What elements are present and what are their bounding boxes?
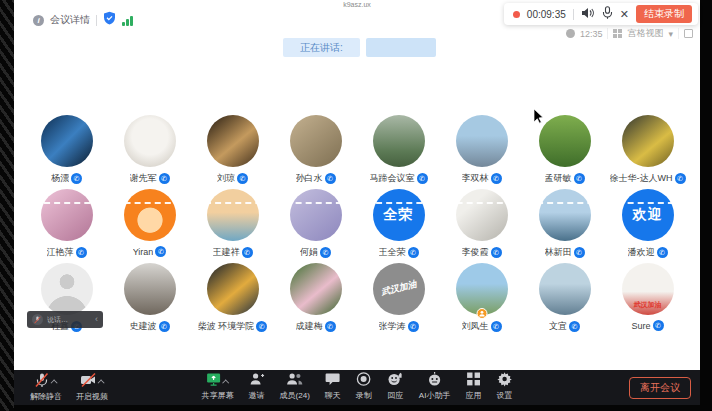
participant-tile[interactable]: 文宜✆ xyxy=(523,263,606,337)
participant-name: 李俊霞 xyxy=(462,246,489,259)
participant-name: 何娟 xyxy=(300,246,318,259)
toolbar-apps-button[interactable]: 应用 xyxy=(465,373,481,401)
toolbar-start-video-button[interactable]: 开启视频 xyxy=(76,374,108,402)
participant-grid: 杨漂✆谢先军✆刘琼✆孙白水✆马蹄会议室✆李双林✆孟研敏✆徐士华-达人WH✆江艳萍… xyxy=(25,115,689,337)
participant-tile[interactable]: 孟研敏✆ xyxy=(523,115,606,189)
participant-name: 杨漂 xyxy=(51,172,69,185)
chevron-up-icon[interactable] xyxy=(51,379,58,386)
info-icon[interactable]: i xyxy=(33,15,44,26)
mic-icon[interactable] xyxy=(602,5,613,23)
participant-tile[interactable]: 林新田✆ xyxy=(523,189,606,263)
participant-name: 张学涛 xyxy=(379,320,406,333)
participant-name: 孙白水 xyxy=(296,172,323,185)
participant-tile[interactable]: Yiran✆ xyxy=(108,189,191,263)
toolbar-button-label: 录制 xyxy=(356,390,372,401)
participant-tile[interactable]: 谢先军✆ xyxy=(108,115,191,189)
chevron-up-icon[interactable] xyxy=(97,379,104,386)
participant-tile[interactable]: 江艳萍✆ xyxy=(25,189,108,263)
participant-name: 江艳萍 xyxy=(47,246,74,259)
phone-audio-badge: ✆ xyxy=(675,173,686,184)
participant-tile[interactable]: 刘凤生✆ xyxy=(440,263,523,337)
participant-avatar xyxy=(539,263,591,315)
toolbar-unmute-button[interactable]: 解除静音 xyxy=(30,374,62,402)
recording-dot-icon xyxy=(513,11,520,18)
phone-audio-badge: ✆ xyxy=(574,247,585,258)
speaking-label-pill: 正在讲话: xyxy=(283,38,360,57)
participant-name: 刘琼 xyxy=(217,172,235,185)
fullscreen-icon[interactable] xyxy=(684,29,693,38)
participant-tile[interactable]: 全荣王全荣✆ xyxy=(357,189,440,263)
toolbar-settings-button[interactable]: 设置 xyxy=(496,373,512,401)
phone-audio-badge: ✆ xyxy=(242,247,253,258)
toolbar-chat-button[interactable]: 聊天 xyxy=(325,373,341,401)
divider xyxy=(573,9,574,20)
participant-tile[interactable]: 成建梅✆ xyxy=(274,263,357,337)
divider xyxy=(607,28,608,39)
invite-icon xyxy=(249,371,265,391)
collapse-chevron-icon[interactable]: ‹ xyxy=(95,315,98,324)
shield-check-icon[interactable] xyxy=(103,11,116,29)
toolbar-react-button[interactable]: 回应 xyxy=(387,373,404,401)
phone-audio-badge: ✆ xyxy=(325,173,336,184)
speaking-toast[interactable]: 说话… ‹ xyxy=(27,311,103,328)
participant-avatar xyxy=(539,115,591,167)
participant-tile[interactable]: 史建波✆ xyxy=(108,263,191,337)
participant-tile[interactable]: 柴波 环境学院✆ xyxy=(191,263,274,337)
toast-text: 说话… xyxy=(47,315,68,325)
toolbar-button-label: 开启视频 xyxy=(76,391,108,402)
participant-avatar xyxy=(124,115,176,167)
participant-name: 王建祥 xyxy=(213,246,240,259)
speaker-icon[interactable] xyxy=(581,5,595,23)
end-recording-button[interactable]: 结束录制 xyxy=(636,5,692,23)
participant-avatar xyxy=(456,115,508,167)
chat-icon xyxy=(325,371,341,391)
meeting-detail-label[interactable]: 会议详情 xyxy=(50,13,90,27)
view-row-time: 12:35 xyxy=(580,29,603,39)
chevron-down-icon[interactable]: ▾ xyxy=(668,29,673,39)
avatar-text: 武汉加油 xyxy=(380,280,417,298)
participant-avatar xyxy=(456,189,508,241)
participant-name: 潘欢迎 xyxy=(628,246,655,259)
settings-icon xyxy=(496,371,512,391)
toolbar-button-label: 设置 xyxy=(496,390,512,401)
toolbar-share-button[interactable]: 共享屏幕 xyxy=(202,373,234,401)
participant-tile[interactable]: 马蹄会议室✆ xyxy=(357,115,440,189)
network-signal-icon[interactable] xyxy=(122,15,133,26)
participant-tile[interactable]: 徐士华-达人WH✆ xyxy=(606,115,689,189)
participant-avatar xyxy=(290,115,342,167)
phone-audio-badge: ✆ xyxy=(76,247,87,258)
toolbar-invite-button[interactable]: 邀请 xyxy=(249,373,265,401)
phone-audio-badge: ✆ xyxy=(71,173,82,184)
toolbar-record-button[interactable]: 录制 xyxy=(356,373,372,401)
grid-view-icon[interactable] xyxy=(613,29,622,38)
view-mode-label[interactable]: 宫格视图 xyxy=(627,27,663,40)
participant-tile[interactable]: 武汉加油Sure✆ xyxy=(606,263,689,337)
participant-tile[interactable]: 李双林✆ xyxy=(440,115,523,189)
participant-tile[interactable]: 武汉加油张学涛✆ xyxy=(357,263,440,337)
chevron-up-icon[interactable] xyxy=(222,379,229,386)
desktop-edge-stripes xyxy=(0,0,14,411)
meeting-main-area: k9asz.ux i 会议详情 00:09:35 ✕ 结束录制 12:35 宫格… xyxy=(14,0,700,370)
participant-tile[interactable]: 李俊霞✆ xyxy=(440,189,523,263)
toolbar-members-button[interactable]: 成员(24) xyxy=(280,373,310,401)
participant-name: 孟研敏 xyxy=(545,172,572,185)
phone-audio-badge: ✆ xyxy=(574,173,585,184)
participant-avatar xyxy=(539,189,591,241)
members-icon xyxy=(286,371,304,391)
participant-name: 马蹄会议室 xyxy=(370,172,415,185)
participant-tile[interactable]: 孙白水✆ xyxy=(274,115,357,189)
divider xyxy=(96,15,97,26)
participant-avatar xyxy=(124,263,176,315)
participant-tile[interactable]: 刘琼✆ xyxy=(191,115,274,189)
participant-tile[interactable]: 何娟✆ xyxy=(274,189,357,263)
toolbar-button-label: 邀请 xyxy=(249,390,265,401)
leave-meeting-button[interactable]: 离开会议 xyxy=(629,377,691,399)
participant-tile[interactable]: 杨漂✆ xyxy=(25,115,108,189)
close-icon[interactable]: ✕ xyxy=(620,9,629,20)
apps-icon xyxy=(465,371,481,391)
speaker-name-pill xyxy=(366,38,436,57)
participant-tile[interactable]: 王建祥✆ xyxy=(191,189,274,263)
participant-tile[interactable]: 欢迎潘欢迎✆ xyxy=(606,189,689,263)
participant-name: 林新田 xyxy=(545,246,572,259)
toolbar-ai-button[interactable]: AI小助手 xyxy=(419,373,451,401)
